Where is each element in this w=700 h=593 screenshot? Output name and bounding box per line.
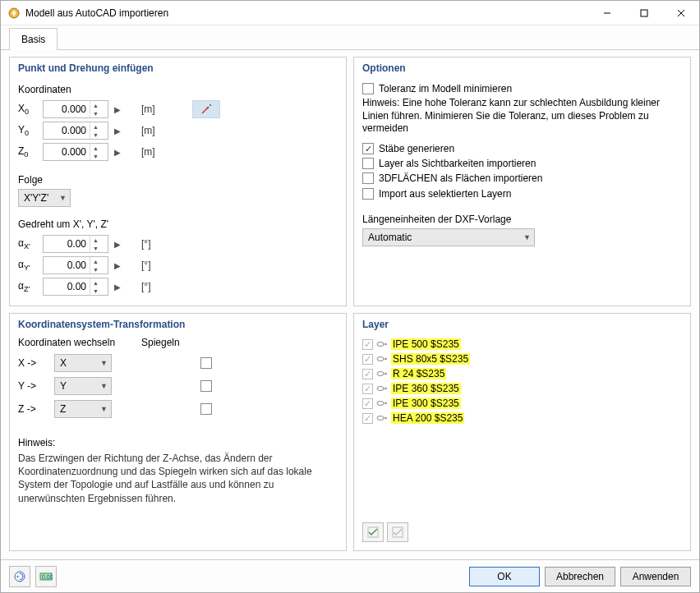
coord-x-unit: [m] xyxy=(141,103,163,115)
layer-row[interactable]: HEA 200 $S235 xyxy=(362,411,682,425)
opt-toleranz-checkbox[interactable] xyxy=(362,83,374,94)
coord-z-pick-arrow-icon[interactable]: ▶ xyxy=(112,143,123,161)
cancel-button[interactable]: Abbrechen xyxy=(545,567,615,586)
layer-checkbox[interactable] xyxy=(362,369,373,379)
swap-x-combo[interactable]: X▼ xyxy=(54,354,112,372)
apply-button[interactable]: Anwenden xyxy=(620,567,691,586)
opt-staebe-checkbox[interactable] xyxy=(362,143,374,154)
opt-toleranz-note: Hinweis: Eine hohe Toleranz kann zur sch… xyxy=(362,97,682,136)
layer-checkbox[interactable] xyxy=(362,339,373,350)
swap-y-from: Y -> xyxy=(18,380,51,392)
opt-layer-vis-checkbox[interactable] xyxy=(362,158,374,169)
swap-x-from: X -> xyxy=(18,357,51,369)
layer-checkbox[interactable] xyxy=(362,384,373,394)
help-button[interactable] xyxy=(9,566,30,587)
opt-layer-vis[interactable]: Layer als Sichtbarkeiten importieren xyxy=(362,157,682,170)
opt-staebe[interactable]: Stäbe generieren xyxy=(362,142,682,155)
svg-point-30 xyxy=(17,576,19,577)
opt-staebe-label: Stäbe generieren xyxy=(379,142,454,155)
swap-header: Koordinaten wechseln xyxy=(18,337,141,348)
opt-sel-layers-checkbox[interactable] xyxy=(362,188,374,200)
svg-marker-17 xyxy=(385,373,387,375)
pick-point-button[interactable] xyxy=(192,100,220,118)
rot-az-spinner[interactable]: ▲▼ xyxy=(90,278,101,295)
coord-y-pick-arrow-icon[interactable]: ▶ xyxy=(112,122,123,140)
group-transform: Koordinatensystem-Transformation Koordin… xyxy=(9,313,347,551)
rot-row-ay: αY' ▲▼ ▶ [°] xyxy=(18,255,338,276)
opt-3dfaces-checkbox[interactable] xyxy=(362,172,374,184)
layer-checkbox[interactable] xyxy=(362,398,373,409)
deselect-all-layers-button[interactable] xyxy=(387,522,408,542)
minimize-button[interactable] xyxy=(588,1,625,25)
rot-row-ax: αX' ▲▼ ▶ [°] xyxy=(18,233,338,255)
tabs: Basis xyxy=(1,25,699,50)
length-units-combo[interactable]: Automatic ▼ xyxy=(362,228,535,246)
rot-row-az: αZ' ▲▼ ▶ [°] xyxy=(18,276,338,297)
svg-point-9 xyxy=(377,342,384,347)
tab-basis[interactable]: Basis xyxy=(9,28,58,50)
chevron-down-icon: ▼ xyxy=(94,359,108,367)
rot-ay-input[interactable]: ▲▼ xyxy=(43,256,108,274)
group-options: Optionen Toleranz im Modell minimieren H… xyxy=(353,57,691,306)
svg-point-24 xyxy=(377,416,384,421)
layer-checkbox[interactable] xyxy=(362,354,373,365)
layer-name: HEA 200 $S235 xyxy=(391,412,464,424)
mirror-header: Spiegeln xyxy=(141,337,207,348)
layer-icon xyxy=(376,383,388,394)
coord-z-input[interactable]: ▲▼ xyxy=(43,143,108,161)
opt-sel-layers[interactable]: Import aus selektierten Layern xyxy=(362,187,682,200)
mirror-z-checkbox[interactable] xyxy=(200,403,212,415)
coord-row-z: Z0 ▲▼ ▶ [m] xyxy=(18,141,338,163)
rot-ay-pick-arrow-icon[interactable]: ▶ xyxy=(112,256,123,274)
opt-toleranz[interactable]: Toleranz im Modell minimieren xyxy=(362,82,682,95)
dialog-footer: 0,00 OK Abbrechen Anwenden xyxy=(1,559,699,592)
coord-x-spinner[interactable]: ▲▼ xyxy=(90,101,101,117)
layer-row[interactable]: SHS 80x5 $S235 xyxy=(362,352,682,366)
swap-z-combo[interactable]: Z▼ xyxy=(54,400,112,418)
layer-icon xyxy=(376,338,388,350)
close-button[interactable] xyxy=(662,1,699,25)
rot-ax-spinner[interactable]: ▲▼ xyxy=(90,236,101,252)
select-all-layers-button[interactable] xyxy=(362,522,384,542)
coord-y-input[interactable]: ▲▼ xyxy=(43,122,108,140)
coord-x-pick-arrow-icon[interactable]: ▶ xyxy=(112,100,123,118)
mirror-x-checkbox[interactable] xyxy=(200,357,212,369)
dialog-content: Punkt und Drehung einfügen Koordinaten X… xyxy=(1,50,699,559)
rot-az-label: αZ' xyxy=(18,280,39,293)
rot-ax-input[interactable]: ▲▼ xyxy=(43,235,108,253)
coordinates-label: Koordinaten xyxy=(18,84,338,95)
rot-ay-spinner[interactable]: ▲▼ xyxy=(90,257,101,274)
chevron-down-icon: ▼ xyxy=(517,233,531,241)
layer-name: IPE 360 $S235 xyxy=(391,383,461,394)
group-insert: Punkt und Drehung einfügen Koordinaten X… xyxy=(9,57,347,306)
rot-az-unit: [°] xyxy=(141,281,163,292)
mirror-y-checkbox[interactable] xyxy=(200,380,212,392)
rot-az-input[interactable]: ▲▼ xyxy=(43,278,108,296)
layer-icon xyxy=(376,368,388,379)
coord-row-y: Y0 ▲▼ ▶ [m] xyxy=(18,120,338,141)
layer-checkbox[interactable] xyxy=(362,413,373,424)
layer-row[interactable]: IPE 300 $S235 xyxy=(362,396,682,411)
coord-z-spinner[interactable]: ▲▼ xyxy=(90,144,101,160)
layer-row[interactable]: R 24 $S235 xyxy=(362,366,682,381)
ok-button[interactable]: OK xyxy=(469,567,540,586)
coord-x-input[interactable]: ▲▼ xyxy=(43,100,108,118)
layer-footer xyxy=(362,514,682,542)
svg-point-18 xyxy=(377,387,384,391)
swap-z-from: Z -> xyxy=(18,403,51,415)
swap-y-combo[interactable]: Y▼ xyxy=(54,377,112,395)
layer-row[interactable]: IPE 500 $S235 xyxy=(362,337,682,352)
opt-3dfaces[interactable]: 3DFLÄCHEN als Flächen importieren xyxy=(362,172,682,185)
maximize-button[interactable] xyxy=(625,1,662,25)
titlebar: Modell aus AutoCAD importieren xyxy=(1,1,699,25)
group-options-legend: Optionen xyxy=(362,62,682,74)
layer-row[interactable]: IPE 360 $S235 xyxy=(362,381,682,396)
folge-combo[interactable]: X'Y'Z' ▼ xyxy=(18,189,71,207)
units-button[interactable]: 0,00 xyxy=(35,566,57,587)
opt-toleranz-label: Toleranz im Modell minimieren xyxy=(379,82,512,95)
svg-point-21 xyxy=(377,402,384,406)
coord-y-spinner[interactable]: ▲▼ xyxy=(90,122,101,139)
layer-list: IPE 500 $S235SHS 80x5 $S235R 24 $S235IPE… xyxy=(362,337,682,425)
rot-ax-pick-arrow-icon[interactable]: ▶ xyxy=(112,235,123,253)
rot-az-pick-arrow-icon[interactable]: ▶ xyxy=(112,278,123,296)
